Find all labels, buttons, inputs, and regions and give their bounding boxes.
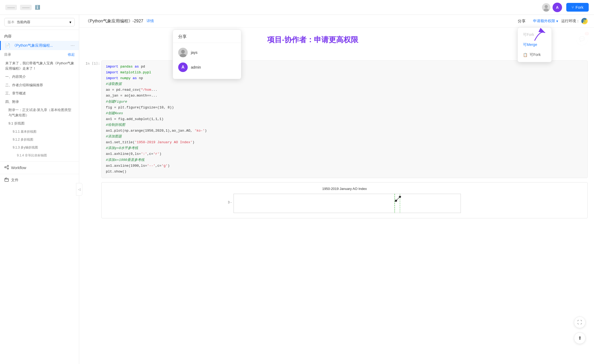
- svg-rect-14: [234, 194, 461, 213]
- expand-button[interactable]: ⛶: [574, 317, 586, 328]
- sidebar-collapse-handle[interactable]: ◁: [76, 183, 82, 196]
- user-avatar-gray[interactable]: [542, 3, 550, 12]
- scroll-top-icon: ⬆: [578, 335, 582, 341]
- share-dropdown-title: 分享: [173, 34, 241, 43]
- extra-permission-button[interactable]: 申请额外权限 ▾: [533, 19, 558, 23]
- svg-point-3: [5, 166, 6, 168]
- expand-icon: ⛶: [577, 320, 582, 325]
- toc-item-l4[interactable]: 9.1.4 非等比坐标轴图: [0, 151, 79, 159]
- doc-icon: 📋: [523, 53, 527, 57]
- toc-item-l3[interactable]: 9.1.2 多折线图: [0, 136, 79, 143]
- toc-header: 目录 收起: [0, 50, 79, 59]
- toc-collapse-btn[interactable]: 收起: [68, 52, 75, 57]
- chart-title: 1950-2019 January AO Index: [106, 187, 583, 191]
- sidebar: 版本 当前内容 ▾ 内容 📄 《Python气象应用编程... ⋯ 目录 收起 …: [0, 15, 79, 364]
- file-name: 《Python气象应用编程...: [12, 43, 68, 48]
- toc-item[interactable]: 二、作者介绍和编辑推荐: [0, 81, 79, 89]
- notebook-header: 《Python气象应用编程》-2927 详情 分享 申请额外权限 ▾ 运行环境：…: [79, 15, 594, 28]
- share-user-avatar-admin: A: [178, 63, 188, 72]
- code-cell: In [1]: import pandas as pd import matpl…: [86, 60, 588, 178]
- chevron-down-icon: ▾: [69, 20, 71, 24]
- content-area: 《Python气象应用编程》-2927 详情 分享 申请额外权限 ▾ 运行环境：…: [79, 15, 594, 364]
- toc-item[interactable]: 三、章节概述: [0, 89, 79, 98]
- svg-point-2: [544, 8, 549, 12]
- sidebar-wrapper: 版本 当前内容 ▾ 内容 📄 《Python气象应用编程... ⋯ 目录 收起 …: [0, 15, 79, 364]
- avatar-group: A: [542, 3, 562, 12]
- toc-item-l3[interactable]: 9.1.3 多y轴折线图: [0, 143, 79, 151]
- permission-item-fork2[interactable]: 📋 可Fork: [518, 50, 551, 60]
- toc-item[interactable]: 来了来了，我们带着气象人宝典《Python气象应用编程》走来了！: [0, 59, 79, 73]
- toc-item[interactable]: 四、附录: [0, 98, 79, 106]
- permission-item-merge[interactable]: 可Merge: [518, 40, 551, 50]
- share-user-admin: A admin: [173, 60, 241, 75]
- permission-dropdown: 可Fork 可Merge 📋 可Fork: [517, 27, 552, 62]
- info-icon[interactable]: ℹ️: [35, 5, 40, 10]
- version-select[interactable]: 版本 当前内容 ▾: [4, 18, 75, 26]
- file-icon: 📄: [5, 43, 10, 48]
- svg-text:3 -: 3 -: [228, 200, 232, 204]
- share-user-name-admin: admin: [191, 65, 201, 69]
- scroll-top-button[interactable]: ⬆: [574, 332, 586, 344]
- run-env-button[interactable]: 运行环境： 🐍: [561, 18, 588, 24]
- permission-fork2-label: 可Fork: [530, 52, 541, 57]
- permission-merge-label: 可Merge: [523, 42, 537, 47]
- svg-rect-8: [5, 179, 8, 181]
- logo-text-1: ——: [5, 5, 17, 10]
- toc-list: 来了来了，我们带着气象人宝典《Python气象应用编程》走来了！ 一、内容简介 …: [0, 59, 79, 161]
- sidebar-files[interactable]: 文件: [0, 174, 79, 186]
- files-icon: [4, 177, 9, 183]
- fork-label: Fork: [576, 5, 583, 9]
- svg-point-10: [181, 50, 185, 54]
- python-icon: 🐍: [581, 18, 588, 24]
- notebook-detail-link[interactable]: 详情: [147, 19, 154, 23]
- chart-svg: 3 -: [106, 193, 583, 214]
- cell-label: In [1]:: [86, 60, 101, 178]
- permission-fork-label: 可Fork: [523, 32, 534, 37]
- toc-item-l2[interactable]: 9.1 折线图: [0, 119, 79, 128]
- toc-item-l3[interactable]: 9.1.1 基本折线图: [0, 128, 79, 136]
- svg-point-4: [7, 165, 9, 166]
- share-button[interactable]: 分享: [513, 19, 530, 24]
- workflow-icon: [4, 165, 9, 171]
- header: —— —— ℹ️ A ⑂ Fork: [0, 0, 594, 15]
- workflow-label: Workflow: [11, 166, 26, 170]
- share-user-name-jays: jays: [191, 50, 197, 55]
- svg-point-1: [545, 5, 548, 8]
- files-label: 文件: [11, 178, 18, 183]
- notebook-title: 《Python气象应用编程》-2927: [86, 18, 143, 24]
- main-layout: 版本 当前内容 ▾ 内容 📄 《Python气象应用编程... ⋯ 目录 收起 …: [0, 15, 594, 364]
- version-section: 版本 当前内容 ▾: [0, 15, 79, 30]
- share-user-jays: jays: [173, 45, 241, 60]
- version-label: 版本: [8, 20, 15, 25]
- notebook-content: In [1]: import pandas as pd import matpl…: [79, 54, 594, 364]
- run-env-label: 运行环境：: [561, 19, 580, 23]
- chart-body: 3 -: [106, 193, 583, 214]
- more-icon[interactable]: ⋯: [70, 43, 75, 48]
- svg-line-7: [6, 167, 7, 168]
- version-value: 当前内容: [17, 20, 69, 25]
- chart-output: 1950-2019 January AO Index 3 -: [101, 182, 588, 218]
- sidebar-file-item[interactable]: 📄 《Python气象应用编程... ⋯: [0, 41, 79, 50]
- svg-point-5: [7, 168, 9, 169]
- permission-item-fork[interactable]: 可Fork: [518, 30, 551, 40]
- toc-label: 目录: [4, 52, 11, 57]
- fork-button[interactable]: ⑂ Fork: [566, 3, 589, 12]
- svg-line-6: [6, 166, 7, 167]
- chevron-down-icon: ▾: [556, 19, 558, 23]
- share-user-avatar-jays: [178, 48, 188, 57]
- extra-permission-label: 申请额外权限: [533, 19, 555, 23]
- logo-area: —— —— ℹ️: [5, 5, 40, 10]
- content-header: 内容: [0, 30, 79, 41]
- big-tooltip-text: 项目-协作者：申请更高权限: [267, 35, 358, 45]
- toc-item-l2[interactable]: 附录一：正文试读-第九章（基本绘图类型与气象绘图）: [0, 106, 79, 119]
- user-avatar-a[interactable]: A: [553, 3, 562, 12]
- toc-item[interactable]: 一、内容简介: [0, 73, 79, 81]
- share-dropdown: 分享 jays A admin: [173, 30, 241, 79]
- logo-text-2: ——: [20, 5, 32, 10]
- sidebar-workflow[interactable]: Workflow: [0, 161, 79, 174]
- fork-icon: ⑂: [572, 5, 574, 9]
